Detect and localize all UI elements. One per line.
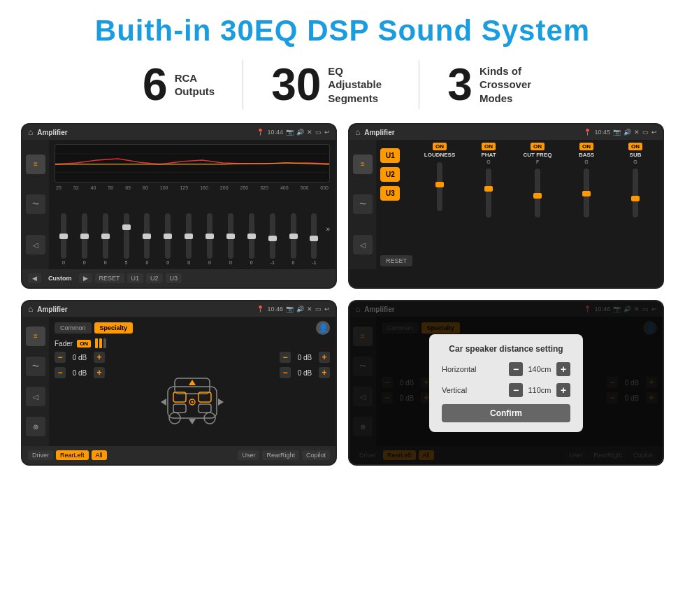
- db-controls-right: − 0 dB + − 0 dB +: [280, 352, 330, 442]
- eq-slider-track-4[interactable]: [144, 213, 150, 259]
- eq-slider-thumb-8[interactable]: [226, 234, 235, 239]
- loudness-slider[interactable]: [437, 162, 442, 211]
- db-plus-0[interactable]: +: [94, 352, 105, 363]
- screen3-time: 10:46: [267, 306, 283, 313]
- dialog-horizontal-ctrl: − 140cm +: [509, 362, 570, 376]
- eq-slider-thumb-3[interactable]: [122, 224, 131, 230]
- eq-prev-btn[interactable]: ◀: [28, 273, 41, 283]
- fader-on-badge[interactable]: ON: [77, 340, 91, 348]
- common-tab[interactable]: Common: [55, 322, 92, 334]
- home-icon[interactable]: ⌂: [28, 127, 33, 137]
- phat-slider[interactable]: [486, 169, 491, 217]
- copilot-btn[interactable]: Copilot: [302, 450, 330, 460]
- sub-slider[interactable]: [633, 169, 638, 217]
- back-icon-3[interactable]: ↩: [324, 306, 330, 313]
- eq-slider-track-8[interactable]: [228, 213, 233, 259]
- specialty-tab[interactable]: Specialty: [94, 322, 134, 334]
- eq-slider-track-9[interactable]: [249, 213, 254, 259]
- eq-slider-thumb-7[interactable]: [206, 234, 214, 239]
- speaker-btn-2[interactable]: ◁: [353, 235, 373, 255]
- wave-btn-3[interactable]: 〜: [26, 357, 45, 376]
- speaker-btn[interactable]: ◁: [26, 235, 45, 255]
- db-plus-1[interactable]: +: [94, 367, 105, 378]
- volume-icon-2: 🔊: [623, 129, 631, 136]
- eq-slider-track-1[interactable]: [82, 213, 87, 259]
- eq-slider-thumb-2[interactable]: [101, 234, 110, 239]
- u3-btn[interactable]: U3: [380, 186, 400, 201]
- person-icon-3[interactable]: 👤: [316, 321, 330, 335]
- db-plus-2[interactable]: +: [319, 352, 330, 363]
- bass-thumb[interactable]: [582, 191, 591, 196]
- fader-bar-2: [99, 338, 102, 348]
- confirm-button[interactable]: Confirm: [442, 404, 570, 422]
- u1-btn[interactable]: U1: [380, 148, 400, 163]
- db-plus-3[interactable]: +: [319, 367, 330, 378]
- dialog-vertical-plus[interactable]: +: [556, 383, 570, 397]
- eq-slider-thumb-12[interactable]: [310, 236, 318, 241]
- eq-reset-btn[interactable]: RESET: [95, 273, 124, 283]
- db-minus-1[interactable]: −: [55, 367, 66, 378]
- wave-btn-2[interactable]: 〜: [353, 194, 373, 214]
- eq-play-btn[interactable]: ▶: [79, 273, 92, 283]
- surround-btn-3[interactable]: ⊕: [26, 417, 45, 436]
- db-minus-3[interactable]: −: [280, 367, 291, 378]
- rearright-btn[interactable]: RearRight: [262, 450, 299, 460]
- bass-label: BASS: [579, 152, 594, 158]
- eq-slider-thumb-9[interactable]: [247, 234, 256, 239]
- home-icon-2[interactable]: ⌂: [355, 127, 360, 137]
- db-minus-0[interactable]: −: [55, 352, 66, 363]
- eq-u2-btn[interactable]: U2: [146, 273, 163, 283]
- dialog-row-vertical: Vertical − 110cm +: [442, 383, 570, 397]
- eq-slider-track-10[interactable]: [270, 213, 275, 259]
- eq-slider-thumb-0[interactable]: [59, 234, 68, 239]
- dialog-horizontal-minus[interactable]: −: [509, 362, 523, 376]
- eq-slider-track-6[interactable]: [186, 213, 192, 259]
- eq-mode-btn-3[interactable]: ≡: [26, 327, 45, 346]
- eq-slider-track-5[interactable]: [165, 213, 171, 259]
- eq-slider-thumb-4[interactable]: [143, 234, 151, 239]
- eq-mode-btn[interactable]: ≡: [26, 155, 45, 174]
- dialog-vertical-minus[interactable]: −: [509, 383, 523, 397]
- dialog-horizontal-value: 140cm: [526, 365, 554, 373]
- cutfreq-slider[interactable]: [535, 169, 540, 217]
- home-icon-3[interactable]: ⌂: [28, 304, 33, 314]
- eq-slider-track-12[interactable]: [311, 213, 317, 259]
- eq-sliders-area: 0 0 0: [55, 193, 330, 265]
- eq-bottom-bar: ◀ Custom ▶ RESET U1 U2 U3: [22, 269, 336, 287]
- db-minus-2[interactable]: −: [280, 352, 291, 363]
- loudness-thumb[interactable]: [435, 182, 444, 187]
- eq-slider-thumb-10[interactable]: [268, 236, 277, 241]
- eq-slider-thumb-6[interactable]: [185, 234, 193, 239]
- all-btn[interactable]: All: [92, 450, 107, 460]
- speaker-btn-3[interactable]: ◁: [26, 387, 45, 406]
- minimize-icon: ▭: [315, 129, 322, 136]
- eq-u1-btn[interactable]: U1: [127, 273, 144, 283]
- eq-slider-thumb-5[interactable]: [164, 234, 172, 239]
- crossover-reset-btn[interactable]: RESET: [380, 255, 412, 266]
- eq-slider-thumb-11[interactable]: [289, 234, 298, 239]
- driver-btn[interactable]: Driver: [28, 450, 53, 460]
- eq-slider-track-11[interactable]: [291, 213, 296, 259]
- sub-thumb[interactable]: [631, 196, 640, 201]
- eq-scroll-right[interactable]: »: [326, 225, 330, 233]
- stat-eq-text: EQ AdjustableSegments: [328, 64, 391, 106]
- phat-thumb[interactable]: [484, 186, 493, 192]
- eq-slider-track-7[interactable]: [207, 213, 212, 259]
- eq-slider-track-0[interactable]: [61, 213, 66, 259]
- eq-slider-thumb-1[interactable]: [80, 234, 89, 239]
- back-icon[interactable]: ↩: [324, 129, 330, 136]
- cutfreq-thumb[interactable]: [533, 193, 542, 199]
- rearleft-btn[interactable]: RearLeft: [56, 450, 89, 460]
- eq-slider-track-3[interactable]: [124, 213, 129, 259]
- user-btn[interactable]: User: [238, 450, 259, 460]
- dialog-horizontal-plus[interactable]: +: [556, 362, 570, 376]
- eq-slider-10: -1: [264, 213, 282, 265]
- bass-slider[interactable]: [584, 169, 589, 217]
- wave-btn[interactable]: 〜: [26, 194, 45, 214]
- close-icon-2: ✕: [634, 129, 640, 136]
- eq-u3-btn[interactable]: U3: [166, 273, 182, 283]
- u2-btn[interactable]: U2: [380, 167, 400, 182]
- back-icon-2[interactable]: ↩: [651, 129, 657, 136]
- eq-mode-btn-2[interactable]: ≡: [353, 155, 373, 174]
- eq-slider-track-2[interactable]: [103, 213, 108, 259]
